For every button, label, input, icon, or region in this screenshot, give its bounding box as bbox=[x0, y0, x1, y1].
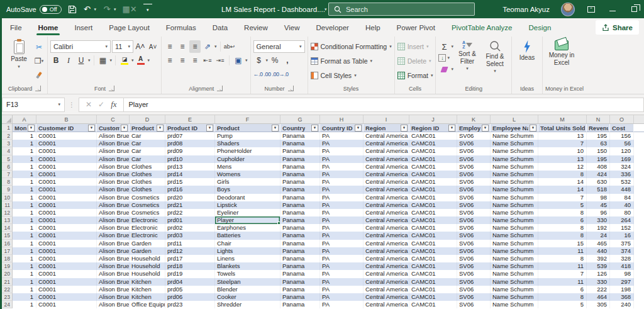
column-header-J[interactable]: J bbox=[409, 115, 457, 123]
cell-D22[interactable]: Kitchen bbox=[130, 286, 165, 293]
cell-A5[interactable]: 1 bbox=[13, 155, 36, 163]
cell-A2[interactable]: 1 bbox=[13, 132, 36, 140]
cell-H14[interactable]: PA bbox=[320, 224, 364, 232]
cell-J10[interactable]: CAMC01 bbox=[409, 194, 457, 201]
cell-K20[interactable]: SV06 bbox=[457, 270, 491, 278]
cell-O4[interactable]: 120 bbox=[610, 147, 634, 155]
cell-M24[interactable]: 5 bbox=[538, 301, 587, 308]
cell-N5[interactable]: 195 bbox=[587, 155, 610, 163]
cell-O7[interactable]: 336 bbox=[610, 171, 634, 178]
cell-K21[interactable]: SV06 bbox=[457, 278, 491, 286]
cell-M23[interactable]: 8 bbox=[538, 293, 587, 301]
cell-K23[interactable]: SV06 bbox=[457, 293, 491, 301]
cell-M10[interactable]: 7 bbox=[538, 194, 587, 201]
row-header-6[interactable]: 6 bbox=[2, 163, 13, 171]
cell-P3[interactable] bbox=[634, 140, 644, 147]
cell-O17[interactable]: 374 bbox=[610, 247, 634, 255]
cell-A19[interactable]: 1 bbox=[13, 262, 36, 270]
cell-A21[interactable]: 1 bbox=[13, 278, 36, 286]
cell-M5[interactable]: 13 bbox=[538, 155, 587, 163]
table-header-cell-G[interactable]: Country▼ bbox=[280, 124, 320, 132]
cell-D5[interactable]: Car bbox=[130, 155, 165, 163]
cell-P14[interactable] bbox=[634, 224, 644, 232]
filter-button-E[interactable]: ▼ bbox=[206, 125, 213, 132]
table-header-cell-M[interactable]: Total Units Sold bbox=[538, 124, 587, 132]
cell-K14[interactable]: SV06 bbox=[457, 224, 491, 232]
cell-B9[interactable]: C0001 bbox=[36, 186, 97, 193]
cell-I12[interactable]: Central America bbox=[364, 209, 409, 216]
cell-K8[interactable]: SV06 bbox=[457, 178, 491, 186]
cell-A11[interactable]: 1 bbox=[13, 201, 36, 209]
cell-O8[interactable]: 532 bbox=[610, 178, 634, 186]
cell-K10[interactable]: SV06 bbox=[457, 194, 491, 201]
decrease-indent-icon[interactable]: ⇤≡ bbox=[202, 54, 213, 67]
cell-B14[interactable]: C0001 bbox=[36, 224, 97, 232]
cell-B4[interactable]: C0001 bbox=[36, 147, 97, 155]
row-header-8[interactable]: 8 bbox=[2, 178, 13, 186]
cell-L3[interactable]: Name Schumm bbox=[491, 140, 538, 147]
cell-I24[interactable]: Central America bbox=[364, 301, 409, 308]
cell-L12[interactable]: Name Schumm bbox=[491, 209, 538, 216]
filter-button-I[interactable]: ▼ bbox=[401, 125, 408, 132]
cell-F5[interactable]: Cupholder bbox=[215, 155, 280, 163]
cell-G24[interactable]: Panama bbox=[280, 301, 320, 308]
cell-O2[interactable]: 156 bbox=[610, 132, 634, 140]
row-header-16[interactable]: 16 bbox=[2, 240, 13, 247]
cell-L23[interactable]: Name Schumm bbox=[491, 293, 538, 301]
cell-D7[interactable]: Clothes bbox=[130, 171, 165, 178]
row-header-17[interactable]: 17 bbox=[2, 247, 13, 255]
cell-C16[interactable]: Alison Bruen bbox=[97, 240, 130, 247]
cell-C21[interactable]: Alison Bruen bbox=[97, 278, 130, 286]
cell-G6[interactable]: Panama bbox=[280, 163, 320, 171]
select-all-corner[interactable] bbox=[2, 115, 13, 123]
cell-G9[interactable]: Panama bbox=[280, 186, 320, 193]
tab-power-pivot[interactable]: Power Pivot bbox=[389, 18, 443, 37]
cell-O18[interactable]: 328 bbox=[610, 255, 634, 262]
cell-J5[interactable]: CAMC01 bbox=[409, 155, 457, 163]
cell-G18[interactable]: Panama bbox=[280, 255, 320, 262]
cell-K9[interactable]: SV06 bbox=[457, 186, 491, 193]
cut-button[interactable]: ✂ bbox=[33, 41, 45, 53]
align-right-icon[interactable]: ≡ bbox=[189, 54, 201, 67]
cell-N14[interactable]: 192 bbox=[587, 224, 610, 232]
font-dialog-launcher-icon[interactable] bbox=[109, 86, 114, 91]
cell-M15[interactable]: 8 bbox=[538, 232, 587, 239]
cell-F14[interactable]: Earphones bbox=[215, 224, 280, 232]
cell-C7[interactable]: Alison Bruen bbox=[97, 171, 130, 178]
tab-developer[interactable]: Developer bbox=[308, 18, 357, 37]
cell-P13[interactable] bbox=[634, 216, 644, 224]
decrease-font-icon[interactable]: A˅ bbox=[147, 40, 158, 53]
cell-M7[interactable]: 8 bbox=[538, 171, 587, 178]
alignment-dialog-launcher-icon[interactable] bbox=[217, 86, 223, 91]
wrap-text-icon[interactable]: ab↩ bbox=[224, 40, 235, 53]
table-header-cell-N[interactable]: Revenue bbox=[587, 124, 610, 132]
undo-button[interactable]: ↶ bbox=[83, 4, 92, 15]
cell-E11[interactable]: prd21 bbox=[165, 201, 215, 209]
cell-A14[interactable]: 1 bbox=[13, 224, 36, 232]
cell-F12[interactable]: Eyeliner bbox=[215, 209, 280, 216]
cell-F7[interactable]: Womens bbox=[215, 171, 280, 178]
row-header-21[interactable]: 21 bbox=[2, 278, 13, 286]
cell-E12[interactable]: prd22 bbox=[165, 209, 215, 216]
filter-button-H[interactable]: ▼ bbox=[355, 125, 362, 132]
cell-P15[interactable] bbox=[634, 232, 644, 239]
cell-N3[interactable]: 63 bbox=[587, 140, 610, 147]
cell-E16[interactable]: prd11 bbox=[165, 240, 215, 247]
cell-G20[interactable]: Panama bbox=[280, 270, 320, 278]
cell-L18[interactable]: Name Schumm bbox=[491, 255, 538, 262]
cell-O22[interactable]: 198 bbox=[610, 286, 634, 293]
column-header-H[interactable]: H bbox=[320, 115, 364, 123]
cell-P17[interactable] bbox=[634, 247, 644, 255]
cell-J3[interactable]: CAMC01 bbox=[409, 140, 457, 147]
cell-N17[interactable]: 440 bbox=[587, 247, 610, 255]
cell-K2[interactable]: SV06 bbox=[457, 132, 491, 140]
cell-styles-button[interactable]: Cell Styles ▾ bbox=[311, 69, 392, 82]
cell-G8[interactable]: Panama bbox=[280, 178, 320, 186]
cell-K11[interactable]: SV06 bbox=[457, 201, 491, 209]
underline-caret-icon[interactable]: ▾ bbox=[88, 58, 91, 63]
cell-F2[interactable]: Pump bbox=[215, 132, 280, 140]
cell-I11[interactable]: Central America bbox=[364, 201, 409, 209]
table-header-cell-C[interactable]: Customer Name▼ bbox=[97, 124, 130, 132]
underline-button[interactable]: U bbox=[75, 54, 87, 67]
cell-N12[interactable]: 96 bbox=[587, 209, 610, 216]
